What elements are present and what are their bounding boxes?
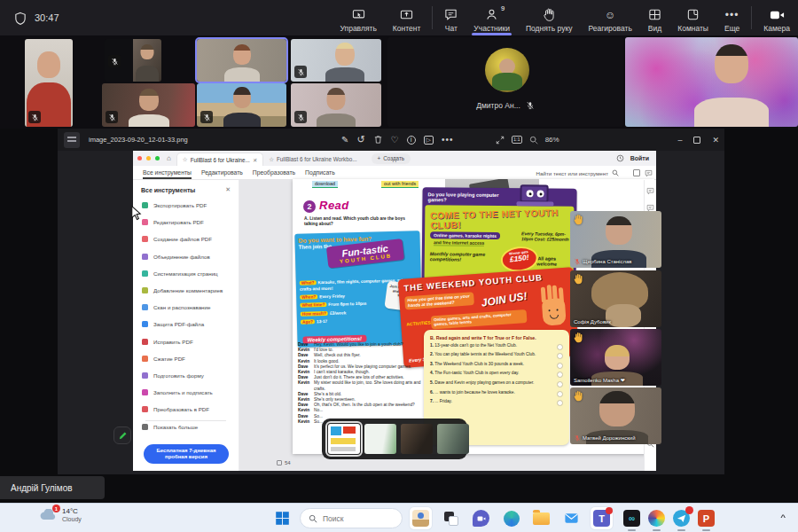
close-panel-icon[interactable]: ✕ [225,186,231,193]
active-speaker-tile[interactable] [197,39,286,82]
taskbar-search[interactable] [300,508,403,528]
free-trial-button[interactable]: Бесплатная 7-дневная пробная версия [144,444,229,464]
mail-icon[interactable] [560,507,583,529]
slideshow-icon[interactable]: ▷ [424,136,434,145]
tool-item[interactable]: Подготовить форму [133,367,239,384]
task-view-icon[interactable] [440,507,462,529]
tool-item[interactable]: Преобразовать в PDF [133,401,239,418]
video-tile[interactable] [105,39,161,82]
chat-button[interactable]: Чат [436,8,466,33]
taskbar-chevron-icon[interactable]: ^ [780,513,786,521]
clipchamp-icon[interactable]: ∞ [621,507,643,529]
info-icon[interactable]: i [407,136,416,145]
desk-app-icon[interactable] [410,507,432,529]
filmstrip-thumb[interactable] [364,424,396,454]
tool-item[interactable]: Скан и распознавание [133,299,239,316]
weather-widget[interactable]: 1 14°C Cloudy [39,507,82,523]
tool-item[interactable]: Сжатие PDF [133,350,239,367]
more-options-icon[interactable]: ••• [442,135,454,145]
menu-convert[interactable]: Преобразовать [253,169,295,176]
sign-in-button[interactable]: Войти [630,155,649,161]
raise-hand-button[interactable]: Поднять руку [518,8,581,33]
video-tile[interactable] [25,39,73,127]
filmstrip-thumb[interactable] [401,424,433,454]
audio-participant-tile[interactable]: Дмитро Ан... [387,37,623,127]
new-tab-button[interactable]: + Создать [372,153,411,164]
chat-app-icon[interactable] [470,507,492,529]
actual-size-icon[interactable]: 1:1 [512,136,522,144]
mac-close-dot [137,156,142,160]
photos-icon[interactable] [645,507,668,529]
tab-fullblast-workbook[interactable]: ☆ FullBlast 6 for Ukraine Workbo... [263,153,362,166]
filmstrip-thumb[interactable] [437,424,469,454]
camera-button[interactable]: Камера [755,9,798,33]
photos-glyph [648,510,665,527]
overlay-video-tile[interactable]: Samoilenko Masha ❤ [570,329,661,386]
zoom-out-icon[interactable] [529,136,538,145]
minimize-button[interactable]: – [677,136,682,145]
home-icon[interactable]: ⌂ [167,154,171,162]
start-button[interactable] [271,507,293,529]
tool-item[interactable]: Заполнить и подписать [133,384,239,401]
file-explorer-icon[interactable] [530,507,552,529]
close-button[interactable]: ✕ [712,136,719,145]
teams-icon[interactable]: T [591,507,613,529]
tool-item[interactable]: Защита PDF-файла [133,316,239,332]
manage-label: Управлять [340,24,377,33]
maximize-button[interactable] [693,137,700,144]
video-tile[interactable] [291,83,381,127]
react-button[interactable]: ☺ Реагировать [580,10,639,33]
menu-sign[interactable]: Подписать [305,169,335,176]
tool-item[interactable]: Создание файлов PDF [133,231,239,247]
fullscreen-icon[interactable] [496,136,505,145]
video-tile[interactable] [102,83,195,127]
filmstrip-thumb-selected[interactable] [328,424,360,454]
favorite-icon[interactable]: ♡ [391,135,399,145]
view-button[interactable]: Вид [640,8,669,33]
overlay-video-tile[interactable]: Матвей Дорожинский [570,387,661,444]
menu-edit[interactable]: Редактировать [201,169,243,176]
tool-item[interactable]: Систематизация страниц [133,265,239,282]
zoom-in-icon[interactable] [530,137,537,144]
tool-icon [142,236,148,242]
tool-item[interactable]: Редактировать PDF [133,214,239,231]
tab-fullblast-student[interactable]: ☆ FullBlast 6 for Ukraine... ✕ [176,153,263,166]
overlay-video-tile[interactable]: Софія Дубовик [570,270,661,327]
rooms-button[interactable]: Комнаты [669,8,716,33]
menu-all-tools[interactable]: Все инструменты [143,169,192,176]
telegram-icon[interactable] [670,507,692,529]
photos-app-icon[interactable] [64,132,80,148]
tab-close-icon[interactable]: ✕ [253,157,257,163]
tool-item[interactable]: Исправить PDF [133,333,239,350]
video-tile[interactable] [625,37,798,127]
ai-assistant-icon[interactable] [645,169,653,177]
delete-icon[interactable] [373,135,383,145]
search-input[interactable] [323,514,394,523]
page-panel-icon[interactable] [633,169,640,176]
acrobat-search[interactable]: Найти текст или инструмент [536,166,619,180]
laptop-eye [527,190,534,197]
tool-item[interactable]: Экспортировать PDF [133,197,239,214]
history-icon[interactable] [616,154,624,162]
manage-button[interactable]: Управлять [332,8,385,33]
content-share-button[interactable]: Контент [385,8,429,33]
avatar [485,48,529,92]
video-tile[interactable] [291,39,381,82]
edge-icon[interactable] [500,507,522,529]
participants-button[interactable]: 9 Участники [466,8,518,33]
edit-icon[interactable]: ✎ [341,135,348,145]
annotation-pencil-badge[interactable] [113,426,131,444]
comment-icon[interactable] [646,187,654,195]
tool-item[interactable]: Добавление комментариев [133,282,239,299]
tab-title: FullBlast 6 for Ukraine Workbo... [277,156,357,162]
toolbar-divider [432,6,433,29]
tool-icon [142,389,148,395]
rotate-icon[interactable]: ↺ [356,134,364,145]
participant-name: Дмитро Ан... [476,101,520,110]
powerpoint-icon[interactable]: P [695,507,717,529]
video-tile[interactable] [197,83,286,127]
more-button[interactable]: ••• Еще [716,10,747,33]
overlay-video-tile[interactable]: Щербина Станіслав [570,211,661,268]
tool-item[interactable]: Объединение файлов [133,248,239,265]
raise-hand-icon [544,8,555,21]
